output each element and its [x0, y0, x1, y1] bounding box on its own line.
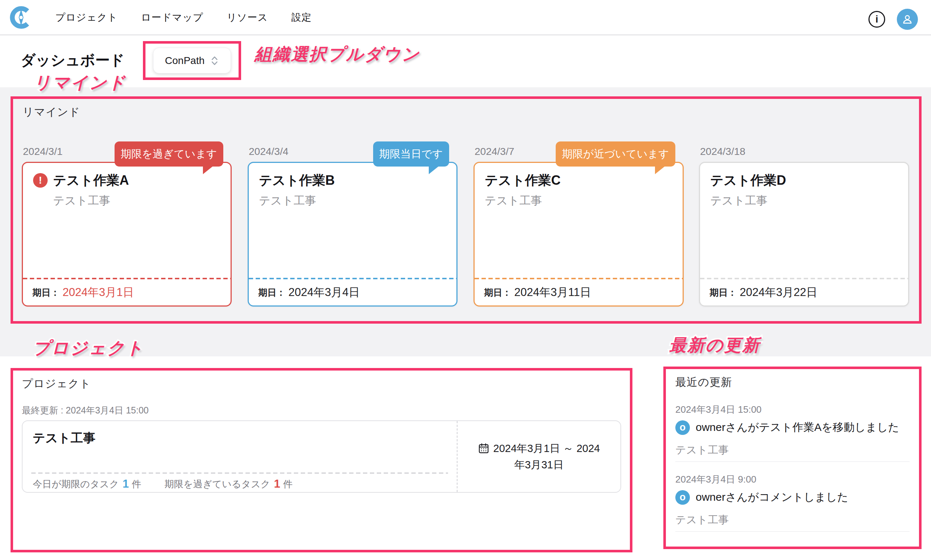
annotation-remind: リマインド [34, 71, 126, 94]
remind-card-date: 2024/3/1 [23, 146, 63, 157]
stat-overdue-count: 1 [274, 477, 280, 491]
annotation-org-select: 組織選択プルダウン [255, 43, 420, 66]
remind-card-c: 2024/3/7 期限が近づいています テスト作業C テスト工事 期日： 202… [474, 162, 684, 306]
due-label: 期日： [32, 286, 60, 298]
top-nav-bar: プロジェクト ロードマップ リソース 設定 i [0, 0, 931, 35]
task-card[interactable]: ! テスト作業A テスト工事 期日： 2024年3月1日 [22, 162, 232, 306]
nav-item-settings[interactable]: 設定 [291, 11, 312, 24]
updates-section-heading: 最近の更新 [676, 375, 732, 390]
owner-avatar: o [676, 490, 690, 505]
project-card-divider [31, 472, 448, 474]
task-due-row: 期日： 2024年3月11日 [475, 278, 683, 305]
page-title: ダッシュボード [21, 50, 125, 70]
update-divider [676, 462, 909, 462]
task-due-row: 期日： 2024年3月1日 [23, 278, 231, 305]
update-datetime: 2024年3月4日 15:00 [676, 403, 762, 416]
user-avatar-button[interactable] [897, 9, 918, 30]
due-date: 2024年3月4日 [288, 285, 360, 300]
due-label: 期日： [484, 286, 511, 298]
stat-overdue-unit: 件 [283, 478, 292, 491]
task-title: テスト作業A [53, 172, 129, 188]
nav-item-projects[interactable]: プロジェクト [55, 11, 118, 24]
alert-icon: ! [33, 173, 48, 188]
nav-item-roadmap[interactable]: ロードマップ [141, 11, 203, 24]
project-title: テスト工事 [33, 430, 95, 446]
remind-section-heading: リマインド [23, 105, 80, 120]
status-badge-today: 期限当日です [373, 142, 449, 166]
update-item[interactable]: o ownerさんがテスト作業Aを移動しました [676, 420, 899, 435]
task-project-name: テスト工事 [259, 193, 335, 208]
task-card[interactable]: テスト作業D テスト工事 期日： 2024年3月22日 [699, 162, 909, 306]
remind-card-date: 2024/3/18 [700, 146, 746, 157]
task-project-name: テスト工事 [710, 193, 786, 208]
dashboard-page: プロジェクト ロードマップ リソース 設定 i ダッシュボード ConPath … [0, 0, 931, 560]
status-badge-overdue: 期限を過ぎています [115, 142, 223, 166]
update-project-name: テスト工事 [676, 443, 729, 457]
main-nav: プロジェクト ロードマップ リソース 設定 [55, 0, 312, 35]
stat-due-today-count: 1 [123, 477, 129, 491]
project-task-stats: 今日が期限のタスク 1 件 期限を過ぎているタスク 1 件 [33, 477, 292, 491]
conpath-logo[interactable] [9, 6, 33, 29]
project-period-zone: 2024年3月1日 ～ 2024年3月31日 [457, 421, 620, 492]
due-label: 期日： [258, 286, 285, 298]
task-card[interactable]: テスト作業B テスト工事 期日： 2024年3月4日 [248, 162, 457, 306]
due-date: 2024年3月11日 [514, 285, 591, 300]
task-title: テスト作業C [485, 172, 561, 188]
compass-logo-icon [9, 6, 33, 29]
annotation-project: プロジェクト [33, 337, 145, 360]
task-card[interactable]: テスト作業C テスト工事 期日： 2024年3月11日 [474, 162, 684, 306]
stat-overdue-label: 期限を過ぎているタスク [165, 478, 270, 491]
update-item[interactable]: o ownerさんがコメントしました [676, 490, 848, 505]
annotation-latest-updates: 最新の更新 [669, 334, 760, 357]
project-period: 2024年3月1日 ～ 2024年3月31日 [493, 443, 600, 471]
update-divider [676, 531, 909, 532]
org-select-value: ConPath [165, 55, 205, 66]
remind-card-date: 2024/3/4 [249, 146, 288, 157]
remind-card-date: 2024/3/7 [475, 146, 514, 157]
task-title: テスト作業B [259, 172, 335, 188]
task-project-name: テスト工事 [485, 193, 561, 208]
person-icon [901, 13, 914, 25]
task-project-name: テスト工事 [53, 193, 129, 208]
info-button[interactable]: i [868, 11, 885, 28]
update-project-name: テスト工事 [676, 513, 729, 527]
calendar-icon [478, 443, 489, 454]
owner-avatar: o [676, 420, 690, 435]
stat-due-today-unit: 件 [132, 478, 141, 491]
project-last-updated: 最終更新 : 2024年3月4日 15:00 [22, 405, 149, 416]
update-datetime: 2024年3月4日 9:00 [676, 473, 756, 486]
remind-card-a: 2024/3/1 期限を過ぎています ! テスト作業A テスト工事 期日： 20… [22, 162, 232, 306]
update-message: ownerさんがテスト作業Aを移動しました [696, 420, 899, 435]
due-date: 2024年3月22日 [740, 285, 817, 300]
project-card[interactable]: テスト工事 今日が期限のタスク 1 件 期限を過ぎているタスク 1 件 [22, 420, 621, 493]
due-label: 期日： [709, 286, 737, 298]
org-select-annotation-frame: ConPath [143, 41, 241, 80]
chevron-up-down-icon [210, 55, 219, 66]
stat-due-today-label: 今日が期限のタスク [33, 478, 119, 491]
nav-item-resources[interactable]: リソース [226, 11, 268, 24]
task-title: テスト作業D [710, 172, 786, 188]
status-badge-approaching: 期限が近づいています [556, 142, 676, 166]
updates-annotation-frame: 最近の更新 2024年3月4日 15:00 o ownerさんがテスト作業Aを移… [663, 366, 922, 549]
task-due-row: 期日： 2024年3月4日 [249, 278, 456, 305]
project-card-main: テスト工事 今日が期限のタスク 1 件 期限を過ぎているタスク 1 件 [23, 421, 457, 492]
remind-card-b: 2024/3/4 期限当日です テスト作業B テスト工事 期日： 2024年3月… [248, 162, 457, 306]
remind-card-d: 2024/3/18 テスト作業D テスト工事 期日： 2024年3月22日 [699, 162, 909, 306]
org-select-dropdown[interactable]: ConPath [153, 48, 231, 74]
project-section-heading: プロジェクト [22, 376, 91, 391]
task-due-row: 期日： 2024年3月22日 [700, 278, 908, 305]
info-icon: i [876, 14, 878, 25]
due-date: 2024年3月1日 [63, 285, 134, 300]
update-message: ownerさんがコメントしました [696, 490, 848, 505]
project-annotation-frame: プロジェクト 最終更新 : 2024年3月4日 15:00 テスト工事 今日が期… [11, 368, 632, 552]
